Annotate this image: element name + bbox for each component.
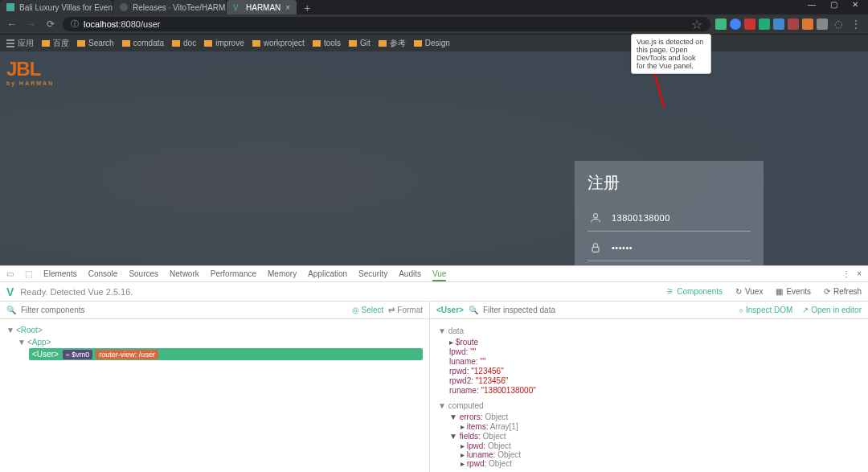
devtools-tab[interactable]: Application — [308, 269, 347, 278]
vue-components-tab[interactable]: ⚞Components — [666, 287, 723, 296]
bookmark-item[interactable]: Git — [349, 39, 371, 47]
data-row[interactable]: lpwd: "" — [438, 347, 860, 356]
close-window-icon[interactable]: ✕ — [852, 0, 858, 9]
back-button[interactable]: ← — [5, 17, 19, 31]
ext-icon[interactable] — [802, 18, 813, 30]
devtools-tab[interactable]: Network — [170, 269, 199, 278]
data-row[interactable]: luname: "" — [438, 357, 860, 366]
vue-vuex-tab[interactable]: ↻Vuex — [735, 287, 763, 296]
data-row[interactable]: ▸ lpwd: Object — [438, 441, 860, 450]
select-tool[interactable]: ◎Select — [352, 306, 384, 314]
vue-icon: V — [233, 3, 241, 11]
new-tab-button[interactable]: + — [297, 2, 317, 14]
folder-icon — [379, 40, 387, 47]
open-editor-button[interactable]: ↗ Open in editor — [802, 306, 862, 314]
browser-tabs: Bali Luxury Villas for Events an × Relea… — [0, 0, 317, 14]
info-icon[interactable]: ⓘ — [71, 18, 79, 30]
data-row[interactable]: ▸ luname: Object — [438, 450, 860, 459]
bookmark-item[interactable]: Search — [77, 39, 114, 47]
url-text: localhost:8080/user — [84, 19, 160, 29]
signup-title: 注册 — [588, 172, 751, 194]
ext-icon[interactable] — [788, 18, 799, 30]
vue-devtools-icon[interactable] — [715, 18, 727, 30]
data-row[interactable]: ▸ rpwd: Object — [438, 459, 860, 468]
bookmark-item[interactable]: improve — [204, 39, 244, 47]
username-field[interactable]: 13800138000 — [588, 205, 751, 232]
svg-rect-1 — [592, 247, 599, 252]
bookmark-item[interactable]: tools — [313, 39, 341, 47]
computed-section[interactable]: ▼ computed — [438, 401, 860, 410]
ext-icon[interactable] — [744, 18, 755, 30]
browser-tab-1[interactable]: Releases · VitoTee/HARMAN × — [113, 0, 226, 14]
inspect-element-icon[interactable]: ▭ — [6, 269, 14, 278]
format-tool[interactable]: ⇄Format — [388, 306, 423, 314]
bookmark-item[interactable]: workproject — [252, 39, 305, 47]
browser-tab-0[interactable]: Bali Luxury Villas for Events an × — [0, 0, 113, 14]
search-icon: 🔍 — [469, 306, 478, 314]
url-input[interactable]: ⓘ localhost:8080/user ☆ — [63, 17, 710, 31]
maximize-icon[interactable]: ▢ — [830, 0, 837, 9]
lock-icon — [589, 241, 602, 254]
devtools-tab-vue[interactable]: Vue — [432, 269, 446, 281]
ext-icon[interactable] — [759, 18, 770, 30]
data-row[interactable]: rpwd: "123456" — [438, 367, 860, 376]
ext-icon[interactable] — [730, 18, 741, 30]
minimize-icon[interactable]: — — [808, 0, 816, 9]
bookmark-item[interactable]: comdata — [122, 39, 164, 47]
bookmark-item[interactable]: doc — [172, 39, 196, 47]
data-row[interactable]: runame: "13800138000" — [438, 386, 860, 395]
browser-tab-2[interactable]: V HARMAN × — [227, 0, 297, 14]
data-row[interactable]: ▼ fields: Object — [438, 432, 860, 441]
bookmark-item[interactable]: 百度 — [42, 38, 69, 49]
vue-logo-icon: V — [6, 285, 14, 298]
tree-app[interactable]: ▼<App> — [6, 336, 423, 348]
devtools-tab[interactable]: Security — [358, 269, 387, 278]
vm-badge: = $vm0 — [63, 350, 93, 359]
devtools-tab[interactable]: Audits — [399, 269, 421, 278]
username-value: 13800138000 — [612, 213, 670, 223]
close-icon[interactable]: × — [285, 3, 290, 12]
menu-icon[interactable]: ⋮ — [849, 17, 863, 31]
open-icon: ↗ — [802, 306, 809, 314]
devtools-tab[interactable]: Memory — [268, 269, 297, 278]
profile-icon[interactable]: ◌ — [831, 17, 845, 31]
devtools-tab[interactable]: Console — [88, 269, 118, 278]
forward-button[interactable]: → — [24, 17, 39, 31]
vue-events-tab[interactable]: ▦Events — [776, 287, 811, 296]
vue-status: Ready. Detected Vue 2.5.16. — [20, 287, 133, 297]
user-icon — [589, 211, 602, 224]
signup-panel: 注册 13800138000 •••••• — [575, 161, 764, 276]
ext-icon[interactable] — [817, 18, 828, 30]
reload-button[interactable]: ⟳ — [43, 17, 58, 31]
data-row[interactable]: ▸ $route — [438, 338, 860, 347]
devtools-tab[interactable]: Performance — [211, 269, 256, 278]
devtools-body: 🔍 ◎Select ⇄Format ▼<Root> ▼<App> <User> … — [0, 302, 868, 472]
star-icon[interactable]: ☆ — [691, 17, 702, 32]
devtools-tab[interactable]: Elements — [43, 269, 77, 278]
bookmark-item[interactable]: 参考 — [379, 38, 406, 49]
target-icon: ◎ — [352, 306, 359, 314]
favicon-icon — [120, 3, 128, 11]
data-row[interactable]: ▼ errors: Object — [438, 412, 860, 421]
data-row[interactable]: ▸ items: Array[1] — [438, 422, 860, 431]
password-field[interactable]: •••••• — [588, 235, 751, 261]
data-row[interactable]: rpwd2: "123456" — [438, 376, 860, 385]
apps-button[interactable]: 应用 — [6, 38, 34, 49]
tree-root[interactable]: ▼<Root> — [6, 324, 423, 336]
device-toolbar-icon[interactable]: ⬚ — [25, 269, 32, 278]
tree-user-selected[interactable]: <User> = $vm0router-view: /user — [29, 348, 423, 360]
tab-title: Bali Luxury Villas for Events an — [19, 3, 113, 12]
inspect-dom-button[interactable]: ⟐ Inspect DOM — [739, 306, 792, 314]
history-icon: ↻ — [735, 287, 742, 296]
devtools-tab[interactable]: Sources — [129, 269, 158, 278]
data-section[interactable]: ▼ data — [438, 326, 860, 335]
bookmark-item[interactable]: Design — [414, 39, 450, 47]
grid-icon: ▦ — [776, 287, 783, 296]
devtools-close-icon[interactable]: × — [857, 269, 862, 278]
filter-components-input[interactable] — [21, 306, 347, 314]
ext-icon[interactable] — [773, 18, 784, 30]
filter-data-input[interactable] — [483, 306, 734, 314]
devtools-menu-icon[interactable]: ⋮ — [842, 269, 850, 278]
vue-refresh-button[interactable]: ⟳Refresh — [824, 287, 862, 296]
component-tree: ▼<Root> ▼<App> <User> = $vm0router-view:… — [0, 319, 429, 365]
